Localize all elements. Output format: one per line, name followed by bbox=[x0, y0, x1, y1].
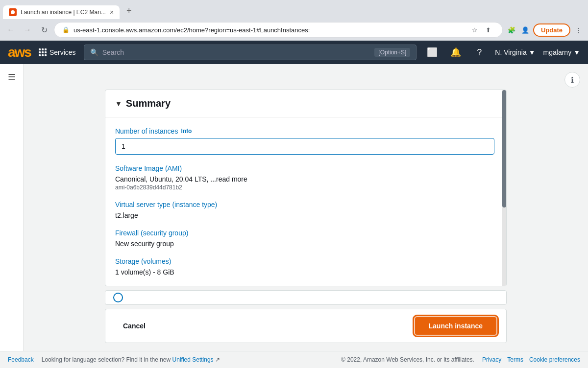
search-shortcut: [Option+S] bbox=[374, 48, 410, 57]
firewall-field: Firewall (security group) New security g… bbox=[115, 229, 494, 248]
scrollbar-track[interactable] bbox=[502, 90, 506, 286]
region-selector[interactable]: N. Virginia ▼ bbox=[495, 48, 535, 56]
num-instances-field: Number of instances Info bbox=[115, 127, 494, 155]
tab-label: Launch an instance | EC2 Man... bbox=[21, 9, 106, 16]
back-button[interactable]: ← bbox=[4, 23, 18, 37]
search-bar[interactable]: 🔍 [Option+S] bbox=[84, 45, 417, 60]
ami-id: ami-0a6b2839d44d781b2 bbox=[115, 184, 494, 191]
page-area: ℹ ▼ Summary Number of instances bbox=[24, 64, 588, 351]
storage-field: Storage (volumes) 1 volume(s) - 8 GiB bbox=[115, 257, 494, 276]
num-instances-info-link[interactable]: Info bbox=[181, 128, 192, 135]
cancel-button[interactable]: Cancel bbox=[115, 318, 153, 334]
summary-title: Summary bbox=[126, 98, 171, 109]
address-bar[interactable]: 🔒 us-east-1.console.aws.amazon.com/ec2/h… bbox=[54, 22, 503, 38]
num-instances-input[interactable] bbox=[115, 138, 494, 155]
profile-icon[interactable]: 👤 bbox=[519, 24, 531, 36]
main-content: ☰ ℹ ▼ Summary bbox=[0, 64, 588, 351]
tab-bar: Launch an instance | EC2 Man... × + bbox=[0, 0, 588, 19]
feedback-link[interactable]: Feedback bbox=[8, 356, 34, 363]
tab-favicon bbox=[9, 8, 17, 16]
grid-icon bbox=[39, 48, 47, 56]
storage-value: 1 volume(s) - 8 GiB bbox=[115, 268, 494, 276]
address-text: us-east-1.console.aws.amazon.com/ec2/hom… bbox=[74, 26, 465, 34]
region-label: N. Virginia bbox=[495, 48, 526, 56]
sidebar-toggle[interactable]: ☰ bbox=[0, 64, 24, 351]
page-info-icon[interactable]: ℹ bbox=[564, 72, 580, 88]
search-input[interactable] bbox=[102, 48, 371, 56]
launch-instance-button[interactable]: Launch instance bbox=[415, 317, 496, 335]
extensions-icon[interactable]: 🧩 bbox=[506, 24, 517, 36]
tab-close-button[interactable]: × bbox=[110, 8, 114, 16]
aws-navigation: aws Services 🔍 [Option+S] ⬜ 🔔 ? N. Virgi… bbox=[0, 41, 588, 64]
privacy-link[interactable]: Privacy bbox=[482, 356, 501, 363]
terminal-icon[interactable]: ⬜ bbox=[424, 45, 440, 60]
firewall-label: Firewall (security group) bbox=[115, 229, 494, 237]
ami-field: Software Image (AMI) Canonical, Ubuntu, … bbox=[115, 164, 494, 191]
footer-links: Privacy Terms Cookie preferences bbox=[482, 356, 580, 363]
summary-body: Number of instances Info Software Image … bbox=[105, 117, 506, 286]
instance-type-label: Virtual server type (instance type) bbox=[115, 201, 494, 208]
summary-header: ▼ Summary bbox=[105, 90, 506, 117]
terms-link[interactable]: Terms bbox=[507, 356, 523, 363]
bookmark-icon[interactable]: ☆ bbox=[469, 24, 481, 36]
aws-logo[interactable]: aws bbox=[8, 45, 31, 60]
user-label: mgalarny bbox=[543, 48, 572, 56]
aws-logo-text: aws bbox=[8, 45, 31, 60]
cookies-link[interactable]: Cookie preferences bbox=[529, 356, 580, 363]
action-row: Cancel Launch instance bbox=[105, 309, 507, 343]
notification-icon[interactable]: 🔔 bbox=[448, 45, 464, 60]
user-menu[interactable]: mgalarny ▼ bbox=[543, 48, 580, 56]
ami-label: Software Image (AMI) bbox=[115, 164, 494, 172]
scrollbar-thumb[interactable] bbox=[502, 90, 506, 207]
region-chevron: ▼ bbox=[529, 48, 536, 56]
firewall-value: New security group bbox=[115, 240, 494, 248]
footer-lang: Looking for language selection? Find it … bbox=[42, 356, 341, 363]
browser-actions: 🧩 👤 Update ⋮ bbox=[506, 23, 584, 37]
partial-panel bbox=[105, 290, 507, 305]
services-menu[interactable]: Services bbox=[39, 48, 76, 56]
share-icon[interactable]: ⬆ bbox=[483, 24, 494, 36]
refresh-button[interactable]: ↻ bbox=[37, 23, 51, 37]
user-chevron: ▼ bbox=[573, 48, 580, 56]
footer: Feedback Looking for language selection?… bbox=[0, 351, 588, 368]
new-tab-button[interactable]: + bbox=[121, 3, 138, 19]
hamburger-icon: ☰ bbox=[8, 72, 16, 83]
unified-settings-link[interactable]: Unified Settings bbox=[172, 356, 214, 363]
instance-type-field: Virtual server type (instance type) t2.l… bbox=[115, 201, 494, 219]
instance-type-value: t2.large bbox=[115, 211, 494, 219]
services-label: Services bbox=[49, 48, 76, 56]
address-icons: ☆ ⬆ bbox=[469, 24, 494, 36]
lock-icon: 🔒 bbox=[62, 26, 70, 33]
partial-icon bbox=[113, 293, 123, 302]
ami-value: Canonical, Ubuntu, 20.04 LTS, ...read mo… bbox=[115, 175, 494, 183]
num-instances-label: Number of instances Info bbox=[115, 127, 494, 135]
forward-button[interactable]: → bbox=[21, 23, 34, 37]
storage-label: Storage (volumes) bbox=[115, 257, 494, 265]
active-tab[interactable]: Launch an instance | EC2 Man... × bbox=[3, 5, 120, 19]
menu-icon[interactable]: ⋮ bbox=[572, 24, 584, 36]
page-wrapper: ℹ ▼ Summary Number of instances bbox=[24, 64, 588, 351]
address-bar-row: ← → ↻ 🔒 us-east-1.console.aws.amazon.com… bbox=[0, 19, 588, 41]
browser-chrome: Launch an instance | EC2 Man... × + ← → … bbox=[0, 0, 588, 41]
search-icon: 🔍 bbox=[90, 48, 98, 56]
help-icon[interactable]: ? bbox=[471, 45, 487, 60]
summary-panel: ▼ Summary Number of instances Info bbox=[105, 90, 507, 286]
footer-copyright: © 2022, Amazon Web Services, Inc. or its… bbox=[341, 356, 474, 363]
collapse-icon[interactable]: ▼ bbox=[115, 100, 122, 108]
update-button[interactable]: Update bbox=[533, 23, 570, 37]
